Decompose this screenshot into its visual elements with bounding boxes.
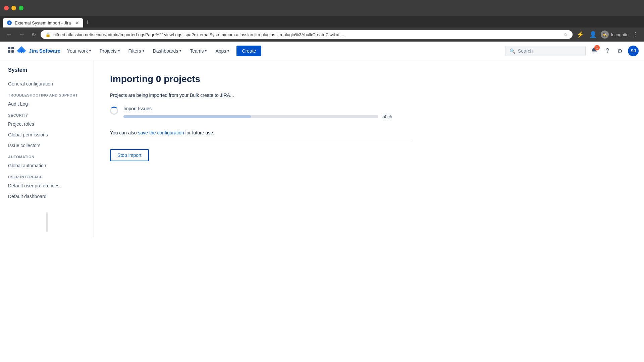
create-btn[interactable]: Create: [236, 46, 261, 56]
new-tab-btn[interactable]: +: [83, 17, 93, 27]
grid-icon: [8, 47, 14, 53]
close-window-btn[interactable]: [4, 6, 9, 10]
extensions-btn[interactable]: ⚡: [575, 29, 585, 40]
incognito-icon: 🕵: [601, 31, 609, 39]
notifications-btn[interactable]: 1: [588, 44, 600, 57]
sidebar-item-global-permissions[interactable]: Global permissions: [0, 129, 94, 140]
stop-import-btn[interactable]: Stop import: [110, 149, 149, 161]
sidebar-main-title: System: [0, 66, 94, 78]
sidebar-section-automation: AUTOMATION: [0, 151, 94, 160]
lock-icon: 🔒: [45, 32, 51, 37]
appbar-right: 🔍 Search 1 ? ⚙ SJ: [505, 44, 639, 57]
task-name: Import Issues: [123, 106, 628, 111]
svg-rect-4: [8, 50, 10, 53]
sidebar-section-security: SECURITY: [0, 109, 94, 119]
profile-btn[interactable]: 👤: [588, 29, 598, 40]
jira-logo-svg: [17, 46, 26, 56]
sidebar-item-global-automation[interactable]: Global automation: [0, 160, 94, 171]
svg-rect-5: [11, 50, 14, 53]
chevron-down-icon: ▾: [89, 49, 91, 53]
notification-badge: 1: [594, 45, 600, 50]
svg-rect-2: [8, 47, 10, 49]
main-layout: System General configuration TROUBLESHOO…: [0, 60, 644, 362]
window-controls: [4, 6, 23, 10]
maximize-window-btn[interactable]: [19, 6, 23, 10]
sidebar-item-default-user-prefs[interactable]: Default user preferences: [0, 180, 94, 191]
sidebar-item-default-dashboard[interactable]: Default dashboard: [0, 191, 94, 202]
address-bar[interactable]: 🔒 uifeed.atlassian.net/secure/admin/Impo…: [41, 30, 573, 39]
nav-filters[interactable]: Filters ▾: [124, 46, 148, 56]
sidebar: System General configuration TROUBLESHOO…: [0, 60, 94, 237]
forward-btn[interactable]: →: [17, 31, 27, 39]
menu-btn[interactable]: ⋮: [631, 29, 640, 40]
chevron-down-icon: ▾: [143, 49, 144, 53]
main-content: Importing 0 projects Projects are being …: [94, 60, 644, 362]
import-description: Projects are being imported from your Bu…: [110, 93, 628, 98]
tab-close-btn[interactable]: ✕: [75, 20, 79, 25]
save-config-row: You can also save the configuration for …: [110, 130, 628, 135]
search-icon: 🔍: [509, 48, 515, 54]
task-info: Import Issues 50%: [123, 106, 628, 119]
browser-actions: ⚡ 👤 🕵 Incognito ⋮: [575, 29, 640, 40]
help-btn[interactable]: ?: [603, 45, 612, 57]
nav-your-work[interactable]: Your work ▾: [63, 46, 95, 56]
browser-chrome: [0, 0, 644, 16]
url-text: uifeed.atlassian.net/secure/admin/Import…: [53, 32, 561, 37]
sidebar-container: System General configuration TROUBLESHOO…: [0, 60, 94, 362]
nav-apps[interactable]: Apps ▾: [211, 46, 233, 56]
progress-row: 50%: [123, 114, 628, 119]
incognito-btn[interactable]: 🕵 Incognito: [601, 31, 629, 39]
address-bar-row: ← → ↻ 🔒 uifeed.atlassian.net/secure/admi…: [0, 27, 644, 42]
active-tab[interactable]: J External System Import - Jira ✕: [3, 18, 83, 27]
bookmark-icon: ☆: [564, 32, 568, 37]
sidebar-item-issue-collectors[interactable]: Issue collectors: [0, 140, 94, 151]
save-config-link[interactable]: save the configuration: [138, 130, 184, 135]
jira-logo[interactable]: Jira Software: [17, 46, 60, 56]
chevron-down-icon: ▾: [118, 49, 120, 53]
chevron-down-icon: ▾: [179, 49, 181, 53]
incognito-label: Incognito: [611, 32, 629, 37]
save-config-prefix: You can also: [110, 130, 138, 135]
appbar-nav: Your work ▾ Projects ▾ Filters ▾ Dashboa…: [63, 46, 505, 56]
nav-dashboards[interactable]: Dashboards ▾: [149, 46, 185, 56]
refresh-btn[interactable]: ↻: [30, 31, 38, 39]
nav-teams[interactable]: Teams ▾: [186, 46, 211, 56]
minimize-window-btn[interactable]: [11, 6, 16, 10]
sidebar-section-user-interface: USER INTERFACE: [0, 171, 94, 180]
jira-appbar: Jira Software Your work ▾ Projects ▾ Fil…: [0, 42, 644, 60]
settings-btn[interactable]: ⚙: [614, 45, 625, 57]
sidebar-item-project-roles[interactable]: Project roles: [0, 119, 94, 129]
sidebar-section-troubleshooting: TROUBLESHOOTING AND SUPPORT: [0, 89, 94, 99]
svg-rect-3: [11, 47, 14, 49]
chevron-down-icon: ▾: [227, 49, 229, 53]
sidebar-item-audit-log[interactable]: Audit Log: [0, 99, 94, 109]
nav-projects[interactable]: Projects ▾: [96, 46, 124, 56]
back-btn[interactable]: ←: [4, 31, 14, 39]
sidebar-item-general-config[interactable]: General configuration: [0, 78, 94, 89]
tab-title: External System Import - Jira: [15, 20, 71, 25]
tab-bar: J External System Import - Jira ✕ +: [0, 16, 644, 27]
progress-bar-track: [123, 115, 378, 118]
jira-logo-text: Jira Software: [29, 48, 60, 54]
search-placeholder: Search: [518, 48, 533, 54]
divider: [110, 141, 412, 141]
tab-favicon: J: [7, 20, 12, 25]
task-spinner: [110, 107, 118, 115]
user-avatar[interactable]: SJ: [628, 46, 639, 56]
app-grid-btn[interactable]: [5, 44, 17, 57]
page-title: Importing 0 projects: [110, 74, 628, 84]
chevron-down-icon: ▾: [205, 49, 207, 53]
search-bar[interactable]: 🔍 Search: [505, 46, 586, 56]
sidebar-scroll-indicator: [46, 212, 48, 232]
svg-text:J: J: [8, 21, 10, 25]
import-task: Import Issues 50%: [110, 106, 628, 119]
progress-percent: 50%: [382, 114, 396, 119]
progress-bar-fill: [123, 115, 251, 118]
save-config-suffix: for future use.: [184, 130, 214, 135]
